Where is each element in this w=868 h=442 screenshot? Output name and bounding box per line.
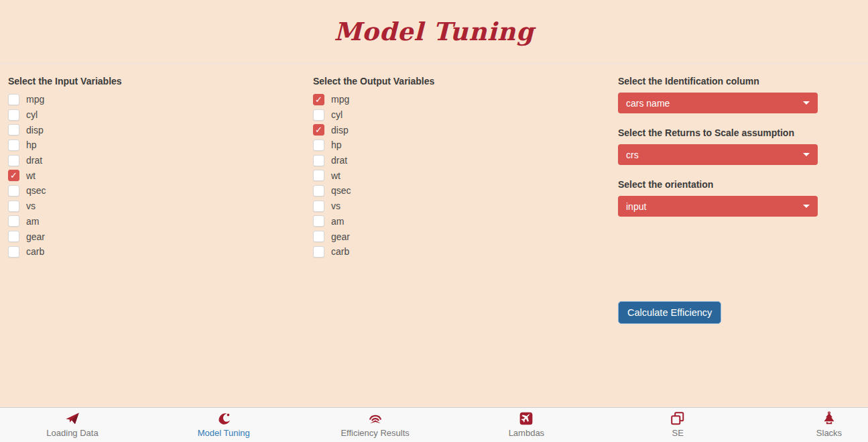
checkbox-label: mpg [331, 94, 349, 105]
checkbox[interactable] [8, 185, 19, 197]
sound-waves-icon [368, 411, 383, 426]
nav-item-slacks[interactable]: Slacks [790, 408, 868, 442]
tree-icon [822, 411, 836, 426]
checkbox[interactable] [313, 201, 324, 212]
checkbox[interactable] [313, 94, 324, 105]
checkbox-label: am [26, 216, 39, 227]
checkbox[interactable] [313, 140, 324, 151]
nav-item-loading-data[interactable]: Loading Data [34, 408, 111, 442]
checkbox[interactable] [8, 140, 19, 151]
input-variables-label: Select the Input Variables [8, 76, 297, 87]
checkbox-label: hp [331, 140, 342, 150]
checkbox-item-input-vs[interactable]: vs [8, 199, 297, 214]
checkbox[interactable] [313, 170, 324, 181]
main-content: Select the Input Variables mpg cyl disp … [0, 64, 868, 324]
checkbox[interactable] [313, 231, 324, 242]
returns-to-scale-group: Select the Returns to Scale assumption c… [618, 127, 860, 165]
nav-item-se[interactable]: SE [639, 408, 717, 442]
checkbox-item-output-am[interactable]: am [313, 214, 602, 229]
checkbox-label: gear [26, 231, 45, 242]
checkbox-label: vs [331, 201, 340, 211]
checkbox-item-output-gear[interactable]: gear [313, 229, 602, 244]
nav-label: Lambdas [509, 428, 544, 438]
checkbox[interactable] [313, 185, 324, 197]
checkbox-item-input-mpg[interactable]: mpg [8, 92, 297, 107]
returns-to-scale-select-value: crs [626, 150, 639, 160]
checkbox-item-output-hp[interactable]: hp [313, 137, 602, 153]
returns-to-scale-select[interactable]: crs [618, 144, 818, 165]
checkbox-label: disp [26, 125, 44, 135]
checkbox-label: qsec [331, 185, 351, 196]
input-variables-panel: Select the Input Variables mpg cyl disp … [0, 76, 305, 324]
checkbox[interactable] [313, 215, 324, 227]
identification-group: Select the Identification column cars na… [618, 76, 860, 113]
checkbox-label: mpg [26, 94, 44, 105]
checkbox-label: gear [331, 231, 350, 242]
checkbox[interactable] [8, 215, 19, 227]
checkbox[interactable] [8, 231, 19, 242]
nav-item-lambdas[interactable]: Lambdas [487, 408, 565, 442]
checkbox-label: disp [331, 125, 349, 135]
checkbox-item-output-mpg[interactable]: mpg [313, 92, 602, 107]
checkbox[interactable] [313, 124, 324, 135]
input-variables-checkbox-group: mpg cyl disp hp drat [8, 92, 297, 260]
checkbox[interactable] [313, 246, 324, 258]
identification-select-value: cars name [626, 98, 670, 109]
checkbox-item-input-gear[interactable]: gear [8, 229, 297, 244]
checkbox-label: hp [26, 140, 37, 150]
plane-badge-icon [519, 411, 534, 426]
checkbox-label: qsec [26, 185, 46, 196]
checkbox-item-output-wt[interactable]: wt [313, 168, 602, 183]
chevron-down-icon [803, 153, 810, 156]
nav-label: Model Tuning [198, 428, 250, 438]
returns-to-scale-label: Select the Returns to Scale assumption [618, 127, 860, 138]
checkbox[interactable] [8, 246, 19, 258]
checkbox-item-input-qsec[interactable]: qsec [8, 183, 297, 199]
checkbox[interactable] [8, 155, 19, 166]
checkbox-label: am [331, 216, 344, 227]
identification-label: Select the Identification column [618, 76, 860, 87]
checkbox-label: carb [26, 246, 44, 257]
swoosh-crescent-icon [216, 411, 231, 426]
checkbox[interactable] [8, 109, 19, 121]
identification-select[interactable]: cars name [618, 93, 818, 113]
chevron-down-icon [803, 205, 810, 208]
checkbox-item-input-wt[interactable]: wt [8, 168, 297, 183]
calculate-efficiency-button[interactable]: Calculate Efficiency [618, 301, 721, 324]
checkbox-item-output-disp[interactable]: disp [313, 122, 602, 137]
checkbox-label: vs [26, 201, 36, 211]
nav-label: Slacks [816, 428, 842, 438]
checkbox-item-input-carb[interactable]: carb [8, 244, 297, 260]
checkbox[interactable] [313, 155, 324, 166]
checkbox-item-output-drat[interactable]: drat [313, 153, 602, 168]
checkbox-label: drat [26, 155, 42, 166]
checkbox-item-input-disp[interactable]: disp [8, 122, 297, 137]
checkbox-item-input-hp[interactable]: hp [8, 137, 297, 153]
clone-squares-icon [670, 411, 685, 426]
checkbox[interactable] [313, 109, 324, 121]
nav-label: Loading Data [46, 428, 98, 438]
checkbox-item-output-vs[interactable]: vs [313, 199, 602, 214]
checkbox-item-output-qsec[interactable]: qsec [313, 183, 602, 199]
checkbox-label: drat [331, 155, 347, 166]
orientation-select[interactable]: input [618, 196, 818, 217]
checkbox-item-input-cyl[interactable]: cyl [8, 107, 297, 123]
checkbox-label: cyl [331, 109, 343, 120]
checkbox-item-input-am[interactable]: am [8, 214, 297, 229]
checkbox-item-output-cyl[interactable]: cyl [313, 107, 602, 123]
checkbox[interactable] [8, 124, 19, 135]
checkbox[interactable] [8, 170, 19, 181]
checkbox[interactable] [8, 94, 19, 105]
orientation-select-value: input [626, 201, 646, 212]
nav-item-efficiency-results[interactable]: Efficiency Results [336, 408, 414, 442]
checkbox-item-output-carb[interactable]: carb [313, 244, 602, 260]
nav-label: SE [672, 428, 684, 438]
checkbox-label: wt [26, 170, 36, 181]
orientation-label: Select the orientation [618, 179, 860, 190]
chevron-down-icon [803, 101, 810, 105]
nav-item-model-tuning[interactable]: Model Tuning [185, 408, 263, 442]
bottom-navbar: Loading Data Model Tuning Efficiency Res… [0, 407, 868, 442]
output-variables-label: Select the Output Variables [313, 76, 602, 87]
checkbox-item-input-drat[interactable]: drat [8, 153, 297, 168]
checkbox[interactable] [8, 201, 19, 212]
